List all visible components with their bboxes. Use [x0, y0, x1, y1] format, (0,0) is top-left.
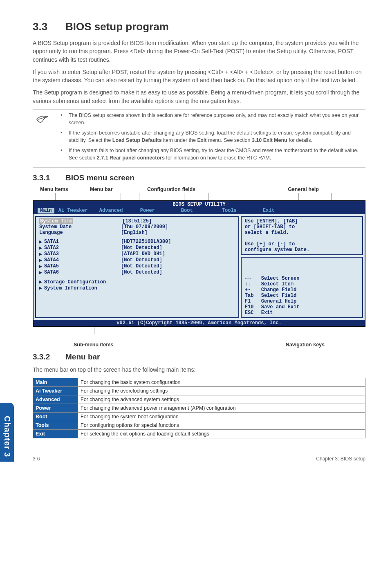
bios-item-system-info[interactable]: ▶System Information	[39, 285, 235, 291]
bios-tab-power[interactable]: Power	[140, 208, 181, 213]
triangle-icon: ▶	[39, 239, 44, 245]
intro-paragraph-2: If you wish to enter Setup after POST, r…	[33, 68, 365, 85]
bios-item-sata5[interactable]: ▶SATA5[Not Detected]	[39, 263, 235, 269]
section-number: 3.3	[33, 20, 65, 33]
intro-paragraph-3: The Setup program is designed to make it…	[33, 88, 365, 105]
bios-item-sata1[interactable]: ▶SATA1[HDT722516DLA380]	[39, 239, 235, 245]
triangle-icon: ▶	[39, 269, 44, 276]
note-icon	[33, 112, 49, 165]
subsection-title: 3.3.1BIOS menu screen	[33, 173, 365, 182]
note-block: The BIOS setup screens shown in this sec…	[33, 109, 365, 168]
bios-tab-advanced[interactable]: Advanced	[99, 208, 140, 213]
triangle-icon: ▶	[39, 279, 44, 285]
bios-tab-tools[interactable]: Tools	[222, 208, 263, 213]
intro-paragraph-1: A BIOS Setup program is provided for BIO…	[33, 39, 365, 64]
bios-item-system-date[interactable]: System Date[Thu 07/09/2009]	[39, 224, 235, 230]
table-row: ToolsFor configuring options for special…	[33, 421, 365, 430]
table-row: AdvancedFor changing the advanced system…	[33, 395, 365, 404]
bios-item-sata4[interactable]: ▶SATA4[Not Detected]	[39, 257, 235, 263]
triangle-icon: ▶	[39, 263, 44, 269]
table-row: BootFor changing the system boot configu…	[33, 413, 365, 421]
table-row: Ai TweakerFor changing the overclocking …	[33, 387, 365, 395]
triangle-icon: ▶	[39, 245, 44, 251]
menubar-intro: The menu bar on top of the screen has th…	[33, 366, 365, 374]
chapter-tab: Chapter 3	[0, 403, 14, 462]
bios-item-language[interactable]: Language[English]	[39, 230, 235, 236]
footer-page-number: 3-6	[33, 456, 40, 462]
section-title: BIOS setup program	[65, 20, 169, 33]
bios-item-storage-config[interactable]: ▶Storage Configuration	[39, 279, 235, 285]
triangle-icon: ▶	[39, 251, 44, 257]
note-list: The BIOS setup screens shown in this sec…	[57, 112, 365, 165]
bios-left-pane: System Time[13:51:25] System Date[Thu 07…	[35, 216, 239, 318]
bios-tab-aitweaker[interactable]: Ai Tweaker	[58, 208, 99, 213]
triangle-icon: ▶	[39, 257, 44, 263]
page-footer: 3-6 Chapter 3: BIOS setup	[33, 454, 365, 462]
bios-item-sata3[interactable]: ▶SATA3[ATAPI DVD DH1]	[39, 251, 235, 257]
bios-tab-boot[interactable]: Boot	[181, 208, 222, 213]
diagram-labels-bottom: Sub-menu items Navigation keys	[33, 342, 365, 348]
bios-item-sata6[interactable]: ▶SATA6[Not Detected]	[39, 269, 235, 276]
table-row: ExitFor selecting the exit options and l…	[33, 430, 365, 438]
subsection-title-2: 3.3.2Menu bar	[33, 352, 365, 361]
bios-tab-main[interactable]: Main	[38, 208, 54, 213]
diagram-labels-top: Menu items Menu bar Configuration fields…	[33, 186, 365, 192]
note-item: If the system fails to boot after changi…	[57, 147, 365, 162]
footer-chapter: Chapter 3: BIOS setup	[316, 456, 365, 462]
bios-item-sata2[interactable]: ▶SATA2[Not Detected]	[39, 245, 235, 251]
menu-table: MainFor changing the basic system config…	[33, 378, 365, 438]
triangle-icon: ▶	[39, 285, 44, 291]
note-item: If the system becomes unstable after cha…	[57, 130, 365, 144]
bios-footer: v02.61 (C)Copyright 1985-2009, American …	[34, 320, 365, 326]
bios-screenshot: Menu items Menu bar Configuration fields…	[33, 186, 365, 348]
bios-title: BIOS SETUP UTILITY	[34, 201, 365, 208]
bios-nav-pane: ←→Select Screen ↑↓Select Item +-Change F…	[241, 257, 363, 318]
bios-window: BIOS SETUP UTILITY Main Ai Tweaker Advan…	[33, 200, 365, 327]
page-title: 3.3BIOS setup program	[33, 20, 365, 33]
note-item: The BIOS setup screens shown in this sec…	[57, 112, 365, 126]
bios-tab-exit[interactable]: Exit	[263, 208, 304, 213]
bios-item-system-time[interactable]: System Time[13:51:25]	[39, 218, 235, 224]
table-row: PowerFor changing the advanced power man…	[33, 404, 365, 413]
table-row: MainFor changing the basic system config…	[33, 378, 365, 387]
bios-menubar: Main Ai Tweaker Advanced Power Boot Tool…	[34, 208, 365, 214]
bios-help-pane: Use [ENTER], [TAB] or [SHIFT-TAB] to sel…	[241, 216, 363, 255]
